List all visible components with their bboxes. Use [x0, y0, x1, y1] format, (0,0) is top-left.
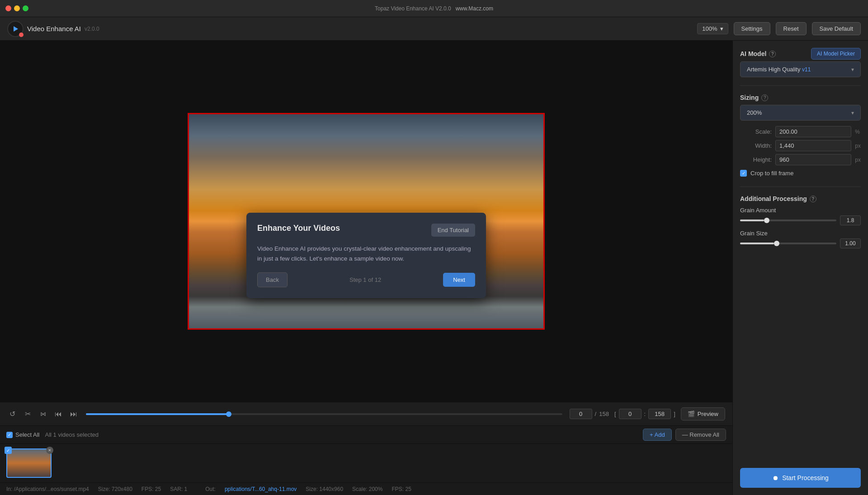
minimize-button[interactable]	[14, 5, 20, 11]
ai-model-dropdown[interactable]: Artemis High Quality v11 ▾	[740, 61, 861, 77]
title-bar: Topaz Video Enhance AI V2.0.0 www.Macz.c…	[0, 0, 868, 17]
save-default-button[interactable]: Save Default	[812, 22, 861, 35]
scale-unit: %	[855, 129, 861, 135]
file-remove-icon[interactable]: ✕	[46, 447, 53, 454]
height-input[interactable]	[775, 154, 851, 165]
output-path[interactable]: pplications/T...60_ahq-11.mov	[225, 486, 297, 492]
transport-bar: ↺ ✂ ⋈ ⏮ ⏭ / 158 [ : ]	[0, 402, 732, 425]
file-list-toolbar: ✓ Select All All 1 videos selected + Add…	[0, 426, 732, 444]
divider-1	[740, 85, 861, 86]
video-frame: Enhance Your Videos End Tutorial Video E…	[188, 113, 545, 330]
model-version: v11	[802, 66, 811, 73]
width-input[interactable]	[775, 140, 851, 151]
alert-dot	[19, 33, 24, 37]
select-all-control[interactable]: ✓ Select All	[6, 431, 39, 438]
input-path: In: /Applications/...eos/sunset.mp4	[6, 486, 89, 492]
output-scale: Scale: 200%	[352, 486, 382, 492]
remove-all-button[interactable]: — Remove All	[675, 429, 726, 441]
grain-amount-track[interactable]	[740, 219, 836, 221]
range-end-input[interactable]	[648, 409, 671, 419]
grain-amount-slider-row	[740, 215, 861, 225]
tutorial-next-button[interactable]: Next	[443, 273, 475, 287]
crop-row: ✓ Crop to fill frame	[740, 170, 861, 177]
grain-amount-thumb[interactable]	[764, 218, 769, 223]
width-label: Width:	[740, 142, 772, 149]
sizing-header: Sizing ?	[740, 94, 861, 101]
sizing-title: Sizing	[740, 94, 759, 101]
crop-checkbox[interactable]: ✓	[740, 170, 747, 177]
progress-track[interactable]	[86, 413, 562, 415]
output-size: Size: 1440x960	[306, 486, 343, 492]
range-start-input[interactable]	[619, 409, 642, 419]
grain-size-input[interactable]	[840, 238, 861, 248]
cut-icon[interactable]: ✂	[23, 409, 33, 419]
selected-count: All 1 videos selected	[45, 431, 99, 438]
sizing-info-icon[interactable]: ?	[761, 94, 768, 101]
ai-model-info-icon[interactable]: ?	[769, 51, 776, 57]
current-frame-input[interactable]	[570, 409, 592, 419]
additional-processing-info-icon[interactable]: ?	[810, 196, 816, 202]
grain-amount-filled	[740, 219, 764, 221]
grain-size-slider-row	[740, 238, 861, 248]
output-fps: FPS: 25	[392, 486, 411, 492]
preview-button[interactable]: 🎬 Preview	[681, 407, 725, 420]
processing-icon: ⏺	[772, 474, 778, 481]
select-all-checkbox[interactable]: ✓	[6, 432, 13, 438]
app-logo-icon	[7, 21, 24, 37]
panel-spacer	[740, 255, 861, 462]
progress-thumb[interactable]	[226, 411, 231, 417]
skip-icon[interactable]: ⋈	[38, 409, 48, 419]
loop-icon[interactable]: ↺	[7, 409, 17, 419]
step-back-icon[interactable]: ⏮	[53, 409, 63, 419]
add-button[interactable]: + Add	[643, 429, 672, 441]
ai-model-picker-button[interactable]: AI Model Picker	[811, 48, 861, 60]
file-checkbox[interactable]: ✓	[5, 447, 12, 454]
height-unit: px	[855, 157, 861, 163]
video-camera-icon: 🎬	[688, 411, 695, 417]
settings-button[interactable]: Settings	[734, 22, 770, 35]
progress-filled	[86, 413, 229, 415]
grain-section: Grain Amount Grain Size	[740, 207, 861, 248]
start-processing-button[interactable]: ⏺ Start Processing	[740, 468, 861, 488]
input-sar: SAR: 1	[170, 486, 187, 492]
end-tutorial-button[interactable]: End Tutorial	[431, 224, 475, 237]
total-frames: 158	[599, 411, 609, 417]
additional-processing-header: Additional Processing ?	[740, 195, 861, 202]
grain-size-row: Grain Size	[740, 230, 861, 248]
input-size: Size: 720x480	[98, 486, 132, 492]
tutorial-body: Video Enhance AI provides you crystal-cl…	[257, 244, 475, 263]
size-dropdown[interactable]: 200% ▾	[740, 105, 861, 121]
select-all-label: Select All	[15, 431, 39, 438]
size-params: Scale: % Width: px Height: px	[740, 126, 861, 165]
divider-2	[740, 187, 861, 187]
ai-model-header: AI Model ? AI Model Picker	[740, 48, 861, 60]
frame-counter: / 158 [ : ]	[570, 409, 675, 419]
app-logo-area: Video Enhance AI v2.0.0	[7, 21, 99, 37]
grain-amount-row: Grain Amount	[740, 207, 861, 225]
app-title: Video Enhance AI	[27, 25, 81, 33]
scale-input[interactable]	[775, 126, 851, 137]
grain-amount-input[interactable]	[840, 215, 861, 225]
ai-model-section: AI Model ? AI Model Picker Artemis High …	[740, 48, 861, 77]
chevron-down-icon: ▾	[851, 66, 854, 73]
size-value: 200%	[747, 109, 762, 116]
header-right: 100% ▾ Settings Reset Save Default	[697, 22, 861, 35]
video-area: Enhance Your Videos End Tutorial Video E…	[0, 41, 732, 495]
reset-button[interactable]: Reset	[776, 22, 807, 35]
step-forward-icon[interactable]: ⏭	[69, 409, 79, 419]
tutorial-header: Enhance Your Videos End Tutorial	[257, 224, 475, 237]
file-list-items: ✓ ✕	[0, 444, 732, 482]
app-header: Video Enhance AI v2.0.0 100% ▾ Settings …	[0, 17, 868, 41]
additional-processing-title: Additional Processing ?	[740, 195, 816, 202]
zoom-selector[interactable]: 100% ▾	[697, 23, 728, 34]
maximize-button[interactable]	[23, 5, 28, 11]
close-button[interactable]	[5, 5, 11, 11]
file-thumbnail[interactable]: ✓ ✕	[6, 448, 52, 478]
scale-label: Scale:	[740, 128, 772, 135]
file-list-actions: + Add — Remove All	[643, 429, 726, 441]
tutorial-back-button[interactable]: Back	[257, 272, 288, 287]
traffic-lights[interactable]	[5, 5, 28, 11]
grain-size-track[interactable]	[740, 243, 836, 244]
additional-processing-section: Additional Processing ? Grain Amount	[740, 195, 861, 248]
grain-size-thumb[interactable]	[774, 241, 779, 246]
